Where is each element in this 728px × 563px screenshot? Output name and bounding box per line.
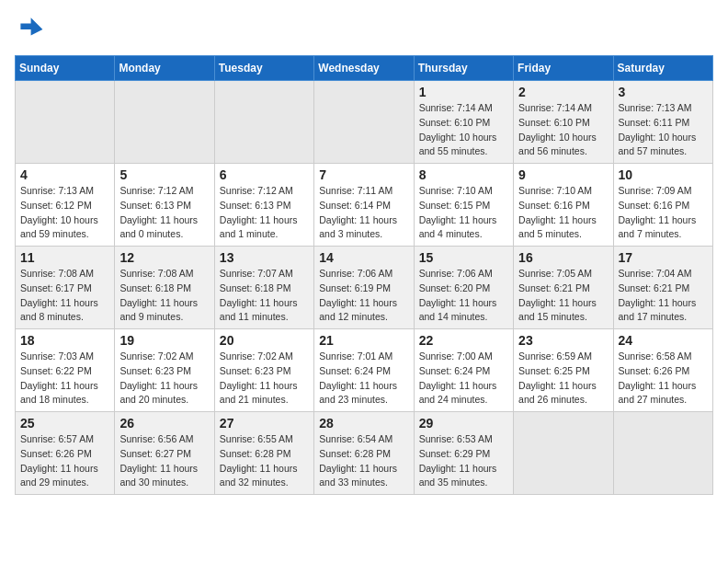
- day-number: 16: [518, 250, 608, 265]
- day-number: 21: [319, 333, 408, 348]
- day-info: Sunrise: 7:01 AMSunset: 6:24 PMDaylight:…: [319, 350, 408, 408]
- day-info: Sunrise: 7:08 AMSunset: 6:18 PMDaylight:…: [119, 267, 209, 325]
- calendar-cell: [314, 81, 414, 164]
- day-number: 1: [419, 85, 508, 99]
- day-number: 10: [619, 167, 708, 182]
- calendar-cell: 26Sunrise: 6:56 AMSunset: 6:27 PMDayligh…: [115, 412, 214, 495]
- calendar-cell: [613, 412, 712, 495]
- day-info: Sunrise: 7:03 AMSunset: 6:22 PMDaylight:…: [20, 350, 109, 408]
- day-number: 29: [419, 416, 508, 431]
- logo: [15, 15, 48, 44]
- calendar-header-row: SundayMondayTuesdayWednesdayThursdayFrid…: [16, 56, 713, 81]
- header-tuesday: Tuesday: [214, 56, 313, 81]
- day-info: Sunrise: 7:02 AMSunset: 6:23 PMDaylight:…: [220, 350, 309, 408]
- day-number: 19: [119, 333, 209, 348]
- header-sunday: Sunday: [16, 56, 115, 81]
- calendar-week-row: 4Sunrise: 7:13 AMSunset: 6:12 PMDaylight…: [16, 164, 713, 247]
- day-info: Sunrise: 6:56 AMSunset: 6:27 PMDaylight:…: [119, 432, 209, 490]
- day-number: 24: [619, 333, 708, 348]
- day-info: Sunrise: 7:09 AMSunset: 6:16 PMDaylight:…: [619, 184, 708, 242]
- day-info: Sunrise: 7:14 AMSunset: 6:10 PMDaylight:…: [518, 101, 608, 159]
- day-number: 17: [619, 250, 708, 265]
- calendar-cell: 17Sunrise: 7:04 AMSunset: 6:21 PMDayligh…: [613, 247, 712, 329]
- day-info: Sunrise: 7:06 AMSunset: 6:19 PMDaylight:…: [319, 267, 408, 325]
- calendar-cell: 29Sunrise: 6:53 AMSunset: 6:29 PMDayligh…: [414, 412, 513, 495]
- day-number: 3: [619, 85, 708, 99]
- day-info: Sunrise: 7:06 AMSunset: 6:20 PMDaylight:…: [419, 267, 508, 325]
- day-number: 23: [518, 333, 608, 348]
- calendar-cell: [16, 81, 115, 164]
- calendar-cell: 15Sunrise: 7:06 AMSunset: 6:20 PMDayligh…: [414, 247, 513, 329]
- day-number: 20: [220, 333, 309, 348]
- calendar-week-row: 18Sunrise: 7:03 AMSunset: 6:22 PMDayligh…: [16, 329, 713, 412]
- day-info: Sunrise: 6:58 AMSunset: 6:26 PMDaylight:…: [619, 350, 708, 408]
- calendar-cell: 14Sunrise: 7:06 AMSunset: 6:19 PMDayligh…: [314, 247, 414, 329]
- page-header: [15, 15, 713, 44]
- calendar-cell: 22Sunrise: 7:00 AMSunset: 6:24 PMDayligh…: [414, 329, 513, 412]
- day-number: 4: [20, 167, 109, 182]
- header-saturday: Saturday: [613, 56, 712, 81]
- day-number: 11: [20, 250, 109, 265]
- calendar-cell: 2Sunrise: 7:14 AMSunset: 6:10 PMDaylight…: [514, 81, 613, 164]
- day-info: Sunrise: 7:04 AMSunset: 6:21 PMDaylight:…: [619, 267, 708, 325]
- day-info: Sunrise: 7:10 AMSunset: 6:15 PMDaylight:…: [419, 184, 508, 242]
- calendar-cell: 21Sunrise: 7:01 AMSunset: 6:24 PMDayligh…: [314, 329, 414, 412]
- calendar-cell: 4Sunrise: 7:13 AMSunset: 6:12 PMDaylight…: [16, 164, 115, 247]
- calendar-cell: [214, 81, 313, 164]
- day-info: Sunrise: 7:08 AMSunset: 6:17 PMDaylight:…: [20, 267, 109, 325]
- day-info: Sunrise: 7:07 AMSunset: 6:18 PMDaylight:…: [220, 267, 309, 325]
- day-number: 5: [119, 167, 209, 182]
- day-info: Sunrise: 7:02 AMSunset: 6:23 PMDaylight:…: [119, 350, 209, 408]
- day-number: 7: [319, 167, 408, 182]
- calendar-cell: 18Sunrise: 7:03 AMSunset: 6:22 PMDayligh…: [16, 329, 115, 412]
- day-info: Sunrise: 7:14 AMSunset: 6:10 PMDaylight:…: [419, 101, 508, 159]
- day-number: 22: [419, 333, 508, 348]
- calendar-cell: [514, 412, 613, 495]
- day-number: 8: [419, 167, 508, 182]
- day-info: Sunrise: 7:12 AMSunset: 6:13 PMDaylight:…: [220, 184, 309, 242]
- day-info: Sunrise: 7:10 AMSunset: 6:16 PMDaylight:…: [518, 184, 608, 242]
- day-info: Sunrise: 7:12 AMSunset: 6:13 PMDaylight:…: [119, 184, 209, 242]
- calendar-cell: 1Sunrise: 7:14 AMSunset: 6:10 PMDaylight…: [414, 81, 513, 164]
- calendar-cell: 23Sunrise: 6:59 AMSunset: 6:25 PMDayligh…: [514, 329, 613, 412]
- calendar-week-row: 11Sunrise: 7:08 AMSunset: 6:17 PMDayligh…: [16, 247, 713, 329]
- calendar-cell: 12Sunrise: 7:08 AMSunset: 6:18 PMDayligh…: [115, 247, 214, 329]
- calendar-cell: 6Sunrise: 7:12 AMSunset: 6:13 PMDaylight…: [214, 164, 313, 247]
- day-info: Sunrise: 6:59 AMSunset: 6:25 PMDaylight:…: [518, 350, 608, 408]
- day-info: Sunrise: 7:13 AMSunset: 6:12 PMDaylight:…: [20, 184, 109, 242]
- calendar-cell: 7Sunrise: 7:11 AMSunset: 6:14 PMDaylight…: [314, 164, 414, 247]
- day-number: 12: [119, 250, 209, 265]
- calendar-cell: 25Sunrise: 6:57 AMSunset: 6:26 PMDayligh…: [16, 412, 115, 495]
- header-thursday: Thursday: [414, 56, 513, 81]
- calendar-cell: 28Sunrise: 6:54 AMSunset: 6:28 PMDayligh…: [314, 412, 414, 495]
- day-number: 27: [220, 416, 309, 431]
- day-number: 28: [319, 416, 408, 431]
- day-number: 2: [518, 85, 608, 99]
- day-number: 25: [20, 416, 109, 431]
- calendar-cell: 11Sunrise: 7:08 AMSunset: 6:17 PMDayligh…: [16, 247, 115, 329]
- calendar-cell: 5Sunrise: 7:12 AMSunset: 6:13 PMDaylight…: [115, 164, 214, 247]
- day-number: 26: [119, 416, 209, 431]
- calendar-cell: 13Sunrise: 7:07 AMSunset: 6:18 PMDayligh…: [214, 247, 313, 329]
- logo-icon: [15, 15, 44, 44]
- day-info: Sunrise: 6:54 AMSunset: 6:28 PMDaylight:…: [319, 432, 408, 490]
- header-friday: Friday: [514, 56, 613, 81]
- calendar-cell: 16Sunrise: 7:05 AMSunset: 6:21 PMDayligh…: [514, 247, 613, 329]
- day-number: 13: [220, 250, 309, 265]
- calendar: SundayMondayTuesdayWednesdayThursdayFrid…: [15, 55, 713, 495]
- header-wednesday: Wednesday: [314, 56, 414, 81]
- calendar-cell: 20Sunrise: 7:02 AMSunset: 6:23 PMDayligh…: [214, 329, 313, 412]
- day-number: 14: [319, 250, 408, 265]
- calendar-cell: [115, 81, 214, 164]
- calendar-cell: 27Sunrise: 6:55 AMSunset: 6:28 PMDayligh…: [214, 412, 313, 495]
- calendar-cell: 8Sunrise: 7:10 AMSunset: 6:15 PMDaylight…: [414, 164, 513, 247]
- svg-marker-0: [20, 17, 42, 35]
- day-info: Sunrise: 7:05 AMSunset: 6:21 PMDaylight:…: [518, 267, 608, 325]
- header-monday: Monday: [115, 56, 214, 81]
- day-number: 6: [220, 167, 309, 182]
- calendar-week-row: 1Sunrise: 7:14 AMSunset: 6:10 PMDaylight…: [16, 81, 713, 164]
- calendar-cell: 24Sunrise: 6:58 AMSunset: 6:26 PMDayligh…: [613, 329, 712, 412]
- day-number: 18: [20, 333, 109, 348]
- calendar-week-row: 25Sunrise: 6:57 AMSunset: 6:26 PMDayligh…: [16, 412, 713, 495]
- calendar-cell: 10Sunrise: 7:09 AMSunset: 6:16 PMDayligh…: [613, 164, 712, 247]
